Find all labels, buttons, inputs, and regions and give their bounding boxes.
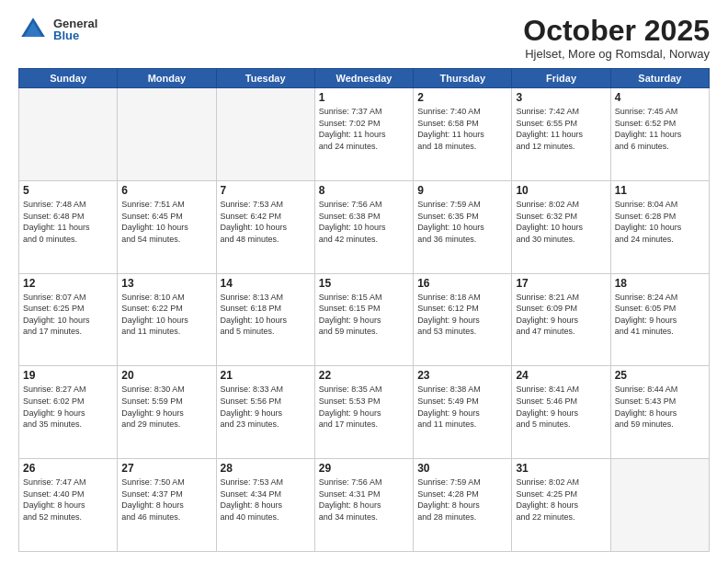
calendar-week-row: 26Sunrise: 7:47 AM Sunset: 4:40 PM Dayli… [19, 459, 710, 552]
day-number: 9 [417, 184, 507, 197]
header: General Blue October 2025 Hjelset, More … [18, 15, 710, 61]
day-info: Sunrise: 7:40 AM Sunset: 6:58 PM Dayligh… [417, 106, 507, 152]
table-row: 11Sunrise: 8:04 AM Sunset: 6:28 PM Dayli… [610, 180, 709, 273]
calendar-week-row: 19Sunrise: 8:27 AM Sunset: 6:02 PM Dayli… [19, 366, 710, 459]
table-row: 14Sunrise: 8:13 AM Sunset: 6:18 PM Dayli… [216, 273, 314, 366]
col-saturday: Saturday [610, 69, 709, 88]
day-number: 12 [23, 277, 113, 290]
day-number: 31 [516, 462, 606, 475]
table-row [19, 88, 118, 181]
day-number: 13 [121, 277, 211, 290]
table-row: 18Sunrise: 8:24 AM Sunset: 6:05 PM Dayli… [610, 273, 709, 366]
day-number: 29 [319, 462, 409, 475]
day-info: Sunrise: 7:59 AM Sunset: 4:28 PM Dayligh… [417, 477, 507, 523]
table-row: 25Sunrise: 8:44 AM Sunset: 5:43 PM Dayli… [610, 366, 709, 459]
title-block: October 2025 Hjelset, More og Romsdal, N… [523, 15, 710, 61]
col-tuesday: Tuesday [216, 69, 314, 88]
table-row: 26Sunrise: 7:47 AM Sunset: 4:40 PM Dayli… [19, 459, 118, 552]
day-number: 10 [516, 184, 606, 197]
table-row: 22Sunrise: 8:35 AM Sunset: 5:53 PM Dayli… [314, 366, 413, 459]
table-row: 23Sunrise: 8:38 AM Sunset: 5:49 PM Dayli… [414, 366, 512, 459]
day-number: 25 [615, 369, 705, 382]
table-row: 17Sunrise: 8:21 AM Sunset: 6:09 PM Dayli… [512, 273, 610, 366]
table-row: 21Sunrise: 8:33 AM Sunset: 5:56 PM Dayli… [216, 366, 314, 459]
day-number: 20 [121, 369, 211, 382]
calendar-week-row: 12Sunrise: 8:07 AM Sunset: 6:25 PM Dayli… [19, 273, 710, 366]
day-number: 23 [417, 369, 507, 382]
day-info: Sunrise: 8:35 AM Sunset: 5:53 PM Dayligh… [319, 384, 409, 430]
table-row: 24Sunrise: 8:41 AM Sunset: 5:46 PM Dayli… [512, 366, 610, 459]
table-row: 1Sunrise: 7:37 AM Sunset: 7:02 PM Daylig… [314, 88, 413, 181]
day-number: 27 [121, 462, 211, 475]
day-info: Sunrise: 7:53 AM Sunset: 4:34 PM Dayligh… [221, 477, 311, 523]
day-number: 3 [516, 91, 606, 104]
day-number: 11 [615, 184, 705, 197]
col-monday: Monday [118, 69, 216, 88]
day-info: Sunrise: 8:13 AM Sunset: 6:18 PM Dayligh… [221, 292, 311, 338]
col-sunday: Sunday [19, 69, 118, 88]
calendar-header-row: Sunday Monday Tuesday Wednesday Thursday… [19, 69, 710, 88]
day-number: 15 [319, 277, 409, 290]
day-info: Sunrise: 7:37 AM Sunset: 7:02 PM Dayligh… [319, 106, 409, 152]
day-number: 5 [23, 184, 113, 197]
table-row: 3Sunrise: 7:42 AM Sunset: 6:55 PM Daylig… [512, 88, 610, 181]
location-label: Hjelset, More og Romsdal, Norway [523, 47, 710, 61]
day-info: Sunrise: 8:24 AM Sunset: 6:05 PM Dayligh… [615, 292, 705, 338]
day-info: Sunrise: 8:10 AM Sunset: 6:22 PM Dayligh… [121, 292, 211, 338]
table-row: 4Sunrise: 7:45 AM Sunset: 6:52 PM Daylig… [610, 88, 709, 181]
day-info: Sunrise: 8:41 AM Sunset: 5:46 PM Dayligh… [516, 384, 606, 430]
table-row: 13Sunrise: 8:10 AM Sunset: 6:22 PM Dayli… [118, 273, 216, 366]
day-number: 1 [319, 91, 409, 104]
table-row: 31Sunrise: 8:02 AM Sunset: 4:25 PM Dayli… [512, 459, 610, 552]
day-info: Sunrise: 7:42 AM Sunset: 6:55 PM Dayligh… [516, 106, 606, 152]
day-info: Sunrise: 7:56 AM Sunset: 6:38 PM Dayligh… [319, 199, 409, 245]
logo-text: General Blue [53, 17, 97, 41]
col-wednesday: Wednesday [314, 69, 413, 88]
day-info: Sunrise: 8:27 AM Sunset: 6:02 PM Dayligh… [23, 384, 113, 430]
day-number: 19 [23, 369, 113, 382]
day-info: Sunrise: 7:48 AM Sunset: 6:48 PM Dayligh… [23, 199, 113, 245]
day-info: Sunrise: 8:21 AM Sunset: 6:09 PM Dayligh… [516, 292, 606, 338]
table-row: 7Sunrise: 7:53 AM Sunset: 6:42 PM Daylig… [216, 180, 314, 273]
calendar-week-row: 5Sunrise: 7:48 AM Sunset: 6:48 PM Daylig… [19, 180, 710, 273]
day-info: Sunrise: 7:59 AM Sunset: 6:35 PM Dayligh… [417, 199, 507, 245]
day-number: 17 [516, 277, 606, 290]
calendar-week-row: 1Sunrise: 7:37 AM Sunset: 7:02 PM Daylig… [19, 88, 710, 181]
table-row: 9Sunrise: 7:59 AM Sunset: 6:35 PM Daylig… [414, 180, 512, 273]
day-info: Sunrise: 8:15 AM Sunset: 6:15 PM Dayligh… [319, 292, 409, 338]
day-number: 24 [516, 369, 606, 382]
table-row: 28Sunrise: 7:53 AM Sunset: 4:34 PM Dayli… [216, 459, 314, 552]
table-row [610, 459, 709, 552]
table-row: 5Sunrise: 7:48 AM Sunset: 6:48 PM Daylig… [19, 180, 118, 273]
day-info: Sunrise: 8:02 AM Sunset: 6:32 PM Dayligh… [516, 199, 606, 245]
table-row: 19Sunrise: 8:27 AM Sunset: 6:02 PM Dayli… [19, 366, 118, 459]
table-row: 12Sunrise: 8:07 AM Sunset: 6:25 PM Dayli… [19, 273, 118, 366]
day-number: 26 [23, 462, 113, 475]
day-number: 4 [615, 91, 705, 104]
day-info: Sunrise: 7:51 AM Sunset: 6:45 PM Dayligh… [121, 199, 211, 245]
day-number: 18 [615, 277, 705, 290]
day-info: Sunrise: 8:44 AM Sunset: 5:43 PM Dayligh… [615, 384, 705, 430]
table-row: 15Sunrise: 8:15 AM Sunset: 6:15 PM Dayli… [314, 273, 413, 366]
day-number: 28 [221, 462, 311, 475]
logo-icon [18, 15, 48, 44]
table-row: 20Sunrise: 8:30 AM Sunset: 5:59 PM Dayli… [118, 366, 216, 459]
day-number: 6 [121, 184, 211, 197]
table-row [118, 88, 216, 181]
day-info: Sunrise: 7:47 AM Sunset: 4:40 PM Dayligh… [23, 477, 113, 523]
day-number: 14 [221, 277, 311, 290]
day-info: Sunrise: 8:30 AM Sunset: 5:59 PM Dayligh… [121, 384, 211, 430]
logo: General Blue [18, 15, 97, 44]
day-info: Sunrise: 7:56 AM Sunset: 4:31 PM Dayligh… [319, 477, 409, 523]
day-info: Sunrise: 8:38 AM Sunset: 5:49 PM Dayligh… [417, 384, 507, 430]
col-friday: Friday [512, 69, 610, 88]
day-info: Sunrise: 7:53 AM Sunset: 6:42 PM Dayligh… [221, 199, 311, 245]
table-row: 6Sunrise: 7:51 AM Sunset: 6:45 PM Daylig… [118, 180, 216, 273]
table-row: 29Sunrise: 7:56 AM Sunset: 4:31 PM Dayli… [314, 459, 413, 552]
day-number: 2 [417, 91, 507, 104]
day-number: 22 [319, 369, 409, 382]
table-row: 27Sunrise: 7:50 AM Sunset: 4:37 PM Dayli… [118, 459, 216, 552]
day-number: 30 [417, 462, 507, 475]
table-row: 16Sunrise: 8:18 AM Sunset: 6:12 PM Dayli… [414, 273, 512, 366]
logo-blue-label: Blue [53, 29, 97, 41]
